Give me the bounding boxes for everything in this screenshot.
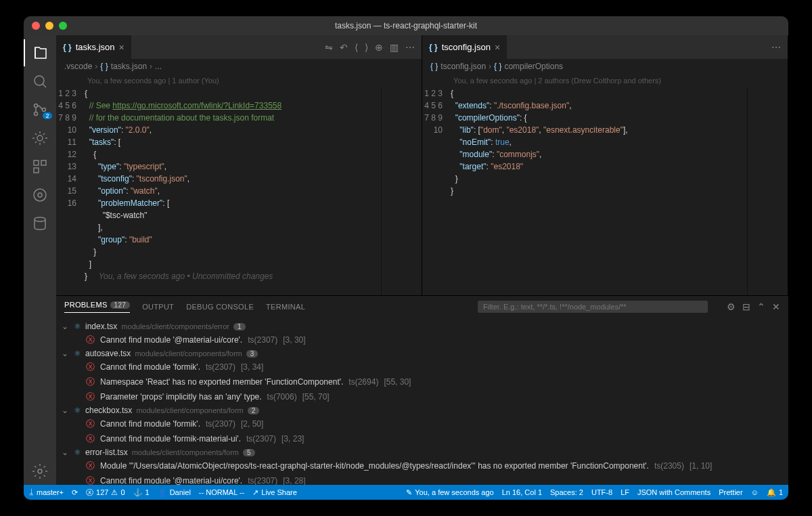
search-icon[interactable] [24,68,56,95]
user-status[interactable]: 👤 Daniel [158,488,191,497]
code-editor[interactable]: 1 2 3 4 5 6 7 8 9 10 { "extends": "./tsc… [422,87,788,295]
react-file-icon: ⚛ [74,448,81,457]
svg-point-4 [37,135,43,141]
editor-group-right: { } tsconfig.json × ⋯ { }tsconfig.json› … [422,35,788,295]
ports-status[interactable]: ⚓ 1 [133,488,150,497]
problem-file-name[interactable]: checkbox.tsx [85,406,132,415]
svg-point-9 [38,193,42,197]
problem-count-badge: 1 [233,323,246,330]
activity-bar: 2 [24,35,56,485]
problem-item[interactable]: ⓧ Cannot find module 'formik'. ts(2307) … [62,416,788,431]
react-file-icon: ⚛ [74,349,81,358]
split-icon[interactable]: ▥ [390,42,399,53]
filter-settings-icon[interactable]: ⚙ [727,301,736,312]
svg-rect-5 [34,160,39,165]
problem-count-badge: 5 [243,449,255,456]
explorer-icon[interactable] [24,39,56,66]
json-icon: { } [63,43,72,52]
problem-item[interactable]: ⓧ Parameter 'props' implicitly has an 'a… [62,389,788,404]
more-icon[interactable]: ⋯ [405,42,415,53]
problem-item[interactable]: ⓧ Namespace 'React' has no exported memb… [62,374,788,389]
undo-icon[interactable]: ↶ [340,42,348,53]
compare-icon[interactable]: ⇋ [325,42,333,53]
maximize-window-button[interactable] [59,22,67,30]
problem-file-name[interactable]: autosave.tsx [85,349,131,358]
gitlens-annotation: You, a few seconds ago | 1 author (You) [56,74,422,87]
indentation-status[interactable]: Spaces: 2 [550,488,583,497]
react-file-icon: ⚛ [74,322,81,331]
extensions-icon[interactable] [24,153,56,180]
error-icon: ⓧ [86,418,95,430]
vscode-window: tasks.json — ts-react-graphql-starter-ki… [24,16,788,500]
close-window-button[interactable] [32,22,40,30]
code-editor[interactable]: 1 2 3 4 5 6 7 8 9 10 11 12 13 14 15 16 {… [56,87,422,295]
problem-item[interactable]: ⓧ Cannot find module 'formik-material-ui… [62,431,788,446]
problem-file-path: modules/client/components/error [121,322,229,330]
cursor-position[interactable]: Ln 16, Col 1 [502,488,542,497]
problem-item[interactable]: ⓧ Cannot find module '@material-ui/core'… [62,473,788,485]
problem-file-name[interactable]: error-list.tsx [85,448,128,457]
minimap[interactable] [381,87,422,295]
problem-item[interactable]: ⓧ Module '"/Users/data/AtomicObject/repo… [62,458,788,473]
chevron-down-icon[interactable]: ⌄ [62,406,70,415]
error-icon: ⓧ [86,475,95,485]
editor-tabs: { } tasks.json × ⇋ ↶ ⟨ ⟩ ⊕ ▥ ⋯ [56,35,422,59]
formatter-status[interactable]: Prettier [719,488,742,497]
problem-file-path: modules/client/components/form [136,406,243,414]
eol-status[interactable]: LF [621,488,629,497]
problems-filter-input[interactable] [478,301,708,313]
error-icon: ⓧ [86,460,95,472]
errors-status[interactable]: ⓧ 127 ⚠ 0 [86,488,125,498]
next-icon[interactable]: ⟩ [365,42,368,53]
problems-list[interactable]: ⌄ ⚛ index.tsx modules/client/components/… [56,318,788,485]
problem-file-name[interactable]: index.tsx [85,322,117,331]
db-icon[interactable] [24,210,56,237]
chevron-down-icon[interactable]: ⌄ [62,349,70,358]
panel-maximize-icon[interactable]: ⌃ [757,301,765,312]
git-graph-icon[interactable] [24,181,56,209]
settings-gear-icon[interactable] [24,458,56,485]
close-tab-icon[interactable]: × [495,42,500,53]
error-icon: ⓧ [86,361,95,373]
feedback-icon[interactable]: ☺ [751,488,759,497]
panel-tab-debug[interactable]: DEBUG CONSOLE [186,303,254,311]
notifications-icon[interactable]: 🔔 1 [767,488,783,497]
panel-tab-terminal[interactable]: TERMINAL [266,303,305,311]
problem-count-badge: 3 [246,350,258,358]
debug-icon[interactable] [24,125,56,152]
error-icon: ⓧ [86,433,95,445]
close-tab-icon[interactable]: × [119,42,125,53]
live-share-status[interactable]: ↗ Live Share [252,488,297,497]
chevron-down-icon[interactable]: ⌄ [62,448,70,457]
tab-tasks-json[interactable]: { } tasks.json × [56,35,132,59]
sync-status[interactable]: ⟳ [72,488,78,497]
svg-point-2 [35,112,38,116]
panel-tab-problems[interactable]: PROBLEMS127 [64,301,130,313]
branch-status[interactable]: ᛦ master+ [29,488,64,496]
svg-point-0 [35,76,44,85]
gitlens-annotation: You, a few seconds ago | 2 authors (Drew… [422,74,788,87]
status-bar: ᛦ master+ ⟳ ⓧ 127 ⚠ 0 ⚓ 1 👤 Daniel -- NO… [24,485,788,500]
minimize-window-button[interactable] [45,22,53,30]
error-icon: ⓧ [86,334,95,346]
minimap[interactable] [747,87,788,295]
json-icon: { } [429,43,438,52]
git-blame-status[interactable]: ✎ You, a few seconds ago [406,488,493,497]
panel-tab-output[interactable]: OUTPUT [142,303,174,311]
error-icon: ⓧ [86,376,95,388]
prev-icon[interactable]: ⟨ [355,42,358,53]
collapse-all-icon[interactable]: ⊟ [742,301,750,312]
encoding-status[interactable]: UTF-8 [591,488,612,497]
panel-close-icon[interactable]: ✕ [772,301,780,312]
more-icon[interactable]: ⋯ [771,42,781,53]
breadcrumbs[interactable]: .vscode› { }tasks.json› ... [56,59,422,74]
source-control-icon[interactable]: 2 [24,96,56,123]
language-status[interactable]: JSON with Comments [637,488,710,497]
browser-icon[interactable]: ⊕ [375,42,383,53]
tab-tsconfig-json[interactable]: { } tsconfig.json × [422,35,508,59]
problem-item[interactable]: ⓧ Cannot find module '@material-ui/core'… [62,332,788,347]
chevron-down-icon[interactable]: ⌄ [62,322,70,331]
titlebar[interactable]: tasks.json — ts-react-graphql-starter-ki… [24,16,788,35]
problem-item[interactable]: ⓧ Cannot find module 'formik'. ts(2307) … [62,360,788,374]
breadcrumbs[interactable]: { }tsconfig.json› { }compilerOptions [422,59,788,74]
